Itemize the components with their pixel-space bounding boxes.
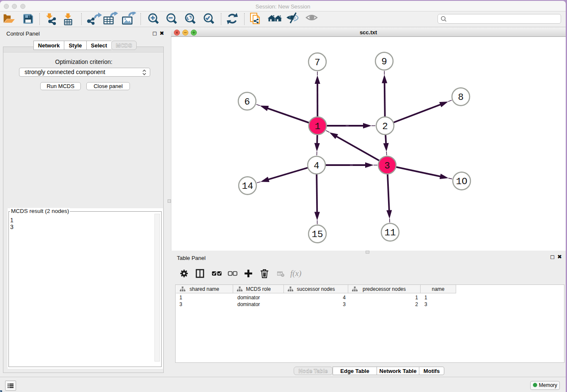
svg-text:6: 6 (244, 97, 250, 108)
svg-text:7: 7 (314, 57, 320, 68)
svg-text:9: 9 (381, 56, 387, 67)
svg-text:14: 14 (242, 181, 253, 192)
svg-text:11: 11 (384, 227, 396, 238)
svg-text:4: 4 (314, 160, 319, 171)
svg-text:8: 8 (458, 92, 464, 103)
svg-text:15: 15 (311, 229, 323, 240)
svg-text:f(x): f(x) (290, 269, 301, 278)
svg-text:2: 2 (382, 121, 388, 132)
svg-text:1: 1 (315, 121, 321, 132)
svg-text:1O: 1O (456, 176, 467, 187)
svg-text:3: 3 (384, 160, 390, 171)
